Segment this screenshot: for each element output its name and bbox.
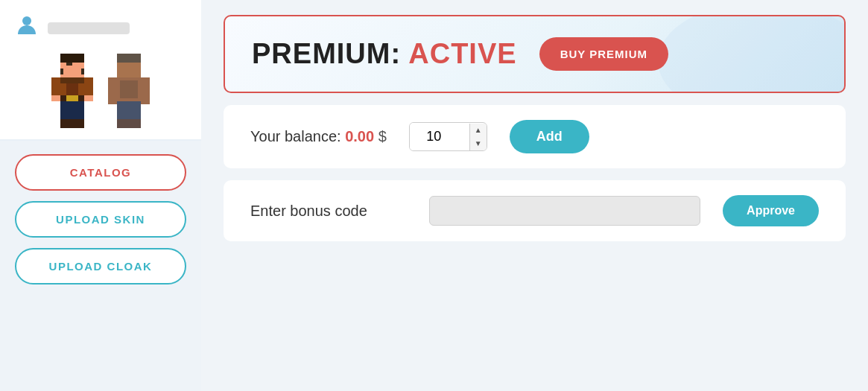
- svg-point-0: [22, 16, 31, 25]
- stepper-up-button[interactable]: ▲: [470, 124, 487, 137]
- buy-premium-button[interactable]: BUY PREMIUM: [539, 37, 668, 71]
- svg-rect-28: [117, 119, 129, 128]
- svg-rect-18: [60, 119, 72, 128]
- stepper-down-button[interactable]: ▼: [470, 137, 487, 150]
- svg-rect-23: [120, 80, 138, 98]
- svg-rect-4: [60, 69, 63, 74]
- svg-rect-19: [72, 119, 84, 128]
- balance-amount: 0.00: [345, 128, 374, 144]
- svg-rect-6: [60, 54, 84, 63]
- bonus-code-input[interactable]: [429, 196, 700, 226]
- svg-rect-12: [51, 77, 60, 98]
- svg-rect-25: [141, 77, 150, 104]
- user-section: [0, 0, 201, 50]
- skin-preview-area: [0, 50, 201, 139]
- username-display: [48, 22, 130, 34]
- skin-side: [108, 54, 150, 128]
- approve-button[interactable]: Approve: [723, 195, 819, 226]
- balance-currency: $: [378, 128, 387, 144]
- svg-rect-15: [84, 95, 93, 101]
- sidebar: CATALOG UPLOAD SKIN UPLOAD CLOAK: [0, 0, 201, 391]
- amount-stepper: ▲ ▼: [469, 124, 487, 150]
- balance-card: Your balance: 0.00 $ ▲ ▼ Add: [224, 105, 846, 168]
- svg-rect-11: [66, 95, 78, 101]
- balance-label-text: Your balance:: [250, 128, 341, 144]
- svg-rect-13: [51, 95, 60, 101]
- premium-title: PREMIUM: ACTIVE: [252, 38, 517, 70]
- balance-label: Your balance: 0.00 $: [250, 128, 387, 145]
- premium-card: PREMIUM: ACTIVE BUY PREMIUM: [224, 15, 846, 93]
- svg-rect-21: [117, 54, 141, 63]
- upload-skin-button[interactable]: UPLOAD SKIN: [15, 201, 186, 238]
- add-balance-button[interactable]: Add: [510, 120, 589, 153]
- sidebar-nav: CATALOG UPLOAD SKIN UPLOAD CLOAK: [0, 141, 201, 391]
- main-content: PREMIUM: ACTIVE BUY PREMIUM Your balance…: [201, 0, 868, 391]
- premium-label-prefix: PREMIUM:: [252, 38, 401, 69]
- bonus-label: Enter bonus code: [250, 203, 414, 220]
- svg-rect-14: [84, 77, 93, 98]
- amount-input-wrap: ▲ ▼: [409, 122, 487, 151]
- svg-rect-8: [60, 77, 84, 83]
- bonus-card: Enter bonus code Approve: [224, 180, 846, 241]
- skin-front: [51, 54, 93, 128]
- svg-rect-29: [129, 119, 141, 128]
- user-icon: [15, 13, 39, 42]
- svg-rect-5: [81, 69, 84, 74]
- upload-cloak-button[interactable]: UPLOAD CLOAK: [15, 248, 186, 284]
- amount-input[interactable]: [410, 123, 469, 150]
- premium-status: ACTIVE: [408, 38, 516, 69]
- catalog-button[interactable]: CATALOG: [15, 154, 186, 191]
- svg-rect-24: [108, 77, 117, 104]
